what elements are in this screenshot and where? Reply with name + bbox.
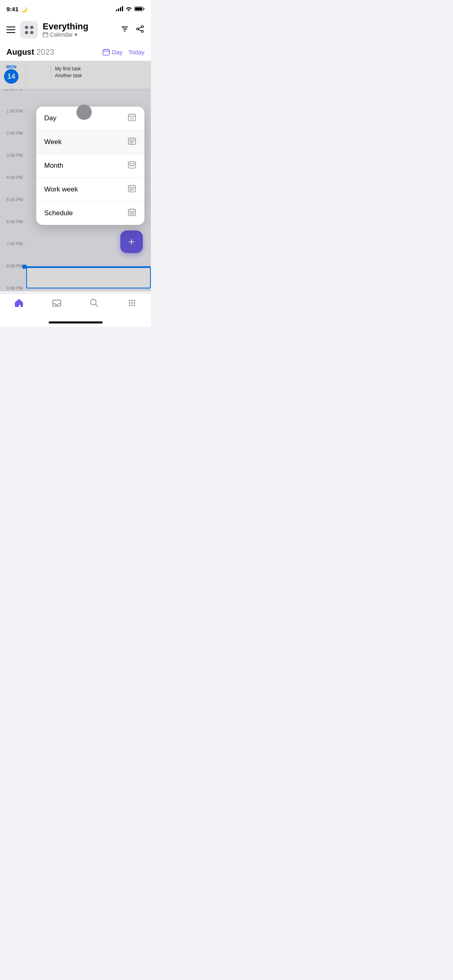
- svg-rect-12: [128, 138, 136, 144]
- svg-rect-15: [132, 165, 133, 166]
- battery-icon: [134, 6, 144, 11]
- svg-point-7: [142, 31, 144, 33]
- svg-point-28: [131, 305, 133, 306]
- header-right: [120, 25, 144, 35]
- svg-point-22: [131, 300, 133, 301]
- nav-item-more[interactable]: [113, 298, 151, 308]
- dropdown-overlay[interactable]: Day Week: [0, 61, 151, 291]
- drag-handle[interactable]: [76, 105, 92, 120]
- svg-point-25: [131, 302, 133, 304]
- status-icons: [116, 6, 144, 11]
- svg-rect-2: [43, 33, 48, 37]
- header-left: Everything Calendar ▾: [6, 21, 89, 39]
- status-time: 9:41 🌙: [6, 6, 27, 12]
- nav-item-home[interactable]: [0, 298, 38, 308]
- app-title: Everything: [43, 22, 89, 31]
- app-header: Everything Calendar ▾: [0, 18, 151, 43]
- svg-rect-1: [135, 8, 142, 10]
- home-indicator: [49, 321, 103, 323]
- day-calendar-icon: [128, 113, 136, 124]
- dropdown-item-week[interactable]: Week: [36, 130, 144, 154]
- calendar-main: MON 14 │ My first task │ Another task: [0, 61, 151, 291]
- svg-point-26: [134, 302, 135, 304]
- chevron-down-icon: ▾: [74, 31, 77, 38]
- view-dropdown-menu: Day Week: [36, 107, 144, 225]
- search-icon: [89, 298, 99, 308]
- nav-item-search[interactable]: [76, 298, 113, 308]
- month-year-label: August 2023: [6, 47, 54, 57]
- view-controls: Day Today: [103, 49, 144, 56]
- signal-icon: [116, 6, 123, 11]
- svg-point-24: [129, 302, 130, 304]
- svg-point-21: [129, 300, 130, 301]
- schedule-calendar-icon: [128, 208, 136, 218]
- calendar-small-icon: [43, 32, 48, 37]
- home-icon: [14, 298, 24, 308]
- svg-rect-11: [130, 117, 134, 119]
- svg-rect-14: [130, 165, 131, 166]
- svg-point-29: [134, 305, 135, 306]
- svg-point-4: [126, 29, 127, 30]
- svg-point-3: [122, 27, 124, 28]
- app-logo: [20, 21, 38, 39]
- header-title-group: Everything Calendar ▾: [43, 22, 89, 38]
- month-calendar-icon: [128, 161, 136, 171]
- dropdown-item-month[interactable]: Month: [36, 154, 144, 178]
- calendar-toolbar: August 2023 Day Today: [0, 43, 151, 61]
- dropdown-item-workweek[interactable]: Work week: [36, 178, 144, 202]
- logo-dots: [25, 26, 33, 34]
- nav-item-inbox[interactable]: [38, 298, 76, 308]
- week-calendar-icon: [128, 137, 136, 147]
- svg-rect-17: [128, 185, 136, 192]
- svg-rect-18: [128, 209, 136, 216]
- svg-point-27: [129, 305, 130, 306]
- svg-point-5: [124, 31, 126, 32]
- today-button[interactable]: Today: [128, 49, 144, 56]
- workweek-calendar-icon: [128, 184, 136, 195]
- svg-point-8: [137, 28, 139, 30]
- svg-rect-16: [133, 165, 134, 166]
- grid-icon: [127, 298, 137, 308]
- menu-button[interactable]: [6, 27, 15, 33]
- svg-point-6: [142, 26, 144, 28]
- filter-button[interactable]: [120, 25, 129, 35]
- svg-point-23: [134, 300, 135, 301]
- calendar-selector[interactable]: Calendar ▾: [43, 31, 89, 38]
- dropdown-item-schedule[interactable]: Schedule: [36, 202, 144, 225]
- svg-rect-9: [103, 49, 109, 55]
- wifi-icon: [126, 6, 132, 11]
- share-button[interactable]: [136, 25, 144, 35]
- day-view-button[interactable]: Day: [103, 49, 123, 56]
- inbox-icon: [51, 298, 62, 308]
- status-bar: 9:41 🌙: [0, 0, 151, 18]
